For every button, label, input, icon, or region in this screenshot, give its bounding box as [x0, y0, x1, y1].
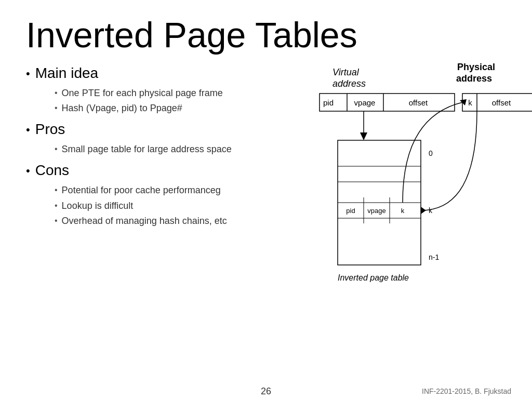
- main-idea-sub2: Hash (Vpage, pid) to Ppage#: [62, 102, 182, 115]
- svg-rect-2: [320, 94, 455, 111]
- pa-field-k: k: [468, 98, 472, 107]
- list-item: • Potential for poor cache performanceg: [55, 184, 307, 197]
- footer-credit: INF-2201-2015, B. Fjukstad: [422, 387, 511, 395]
- list-item: • Hash (Vpage, pid) to Ppage#: [55, 102, 307, 115]
- svg-text:pid: pid: [346, 207, 355, 215]
- cons-subbullets: • Potential for poor cache performanceg …: [55, 184, 307, 228]
- diagram-svg: Virtual address Physical address pid vpa…: [317, 65, 532, 340]
- physical-address-label: Physical: [457, 62, 495, 72]
- slide: Inverted Page Tables • Main idea • One P…: [0, 0, 532, 399]
- pa-field-offset: offset: [492, 98, 511, 107]
- pros-subbullets: • Small page table for large address spa…: [55, 143, 307, 156]
- sub-dot-5: •: [55, 201, 58, 210]
- pros-sub1: Small page table for large address space: [62, 143, 232, 156]
- main-idea-subbullets: • One PTE for each physical page frame •…: [55, 87, 307, 115]
- list-item: • Overhead of managing hash chains, etc: [55, 215, 307, 228]
- va-field-offset: offset: [409, 98, 428, 107]
- slide-title: Inverted Page Tables: [26, 16, 506, 55]
- cons-dot: •: [26, 164, 30, 178]
- page-number: 26: [261, 386, 271, 397]
- cons-sub3: Overhead of managing hash chains, etc: [62, 215, 227, 228]
- pros-bullet: • Pros: [26, 121, 307, 138]
- main-idea-sub1: One PTE for each physical page frame: [62, 87, 223, 100]
- cons-bullet: • Cons: [26, 162, 307, 179]
- svg-text:address: address: [332, 78, 366, 89]
- cons-sub2: Lookup is difficult: [62, 200, 134, 212]
- main-idea-dot: •: [26, 67, 30, 81]
- svg-text:address: address: [456, 73, 492, 84]
- sub-dot-4: •: [55, 185, 58, 195]
- cons-label: Cons: [35, 162, 69, 179]
- sub-dot-3: •: [55, 144, 58, 154]
- virtual-address-label: Virtual: [332, 67, 360, 77]
- svg-marker-8: [360, 132, 367, 140]
- sub-dot-6: •: [55, 216, 58, 225]
- main-idea-bullet: • Main idea: [26, 65, 307, 82]
- main-idea-label: Main idea: [35, 65, 98, 82]
- va-field-pid: pid: [323, 98, 334, 107]
- list-item: • Small page table for large address spa…: [55, 143, 307, 156]
- svg-text:vpage: vpage: [367, 207, 385, 215]
- inverted-table-label: Inverted page table: [338, 273, 409, 282]
- row-label-0: 0: [429, 149, 433, 157]
- va-field-vpage: vpage: [354, 98, 376, 107]
- row-label-n1: n-1: [429, 253, 439, 261]
- svg-text:k: k: [401, 207, 405, 215]
- pros-label: Pros: [35, 121, 65, 138]
- list-item: • Lookup is difficult: [55, 200, 307, 212]
- sub-dot-2: •: [55, 103, 58, 113]
- list-item: • One PTE for each physical page frame: [55, 87, 307, 100]
- left-column: • Main idea • One PTE for each physical …: [26, 65, 317, 389]
- content-area: • Main idea • One PTE for each physical …: [26, 65, 506, 389]
- svg-marker-19: [421, 207, 426, 214]
- pros-dot: •: [26, 123, 30, 137]
- sub-dot-1: •: [55, 88, 58, 98]
- right-column: Virtual address Physical address pid vpa…: [317, 65, 532, 389]
- row-label-k: k: [429, 206, 433, 215]
- cons-sub1: Potential for poor cache performanceg: [62, 184, 221, 197]
